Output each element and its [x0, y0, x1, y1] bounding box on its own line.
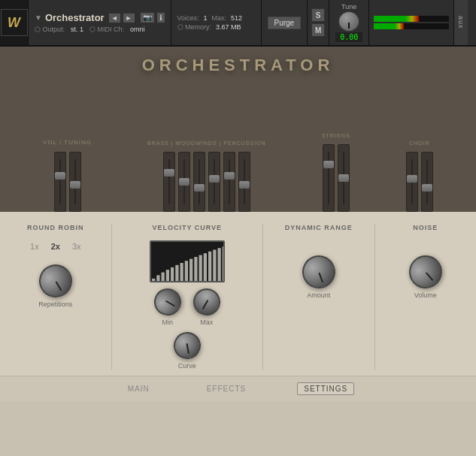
repetitions-knob[interactable]: [33, 258, 78, 303]
title-block: ▼ Orchestrator ◄ ► 📷 ℹ ⬡ Output: st. 1 ⬡…: [29, 0, 171, 45]
instrument-title: ORCHESTRATOR: [142, 56, 335, 75]
tune-label: Tune: [341, 3, 356, 11]
inst-fader-group-3: [323, 144, 350, 212]
inst-section-4: CHOIR: [406, 140, 433, 212]
inst-fader-2f[interactable]: [238, 152, 250, 212]
output-value: st. 1: [71, 26, 83, 33]
tab-settings[interactable]: SETTINGS: [297, 382, 354, 395]
fader-track-1a: [59, 159, 61, 204]
memory-row: ⬡ Memory: 3.67 MB: [177, 23, 255, 31]
inst-fader-3a[interactable]: [323, 144, 335, 212]
tune-value: 0.00: [335, 32, 362, 42]
vel-knobs-row: Min Max: [154, 288, 220, 326]
aux-block: aux: [454, 0, 468, 45]
max-value: 512: [231, 14, 242, 22]
inst-fader-group-1: [54, 152, 81, 212]
inst-fader-2d[interactable]: [208, 152, 220, 212]
velocity-canvas: [151, 242, 225, 282]
inst-label-3: STRINGS: [322, 133, 350, 138]
logo-block: W: [0, 0, 29, 45]
inst-fader-group-4: [406, 152, 433, 212]
round-robin-title: ROUND ROBIN: [27, 224, 84, 231]
inst-fader-2a[interactable]: [163, 152, 175, 212]
logo: W: [1, 9, 28, 36]
aux-label: aux: [457, 16, 465, 29]
noise-volume-container: Volume: [409, 255, 442, 299]
tune-knob[interactable]: [338, 11, 360, 32]
voices-row: Voices: 1 Max: 512: [177, 14, 255, 22]
instrument-display: ORCHESTRATOR VOL / TUNING BRASS|WOODWIND…: [0, 47, 476, 212]
meter-fill-bottom: [374, 23, 404, 29]
vel-min-label: Min: [162, 319, 174, 326]
plugin-name: Orchestrator: [45, 12, 105, 23]
inst-section-1: VOL / TUNING: [43, 139, 92, 212]
controls-area: ROUND ROBIN 1x 2x 3x Repetitions VELOCIT…: [0, 212, 476, 376]
memory-label: ⬡ Memory:: [177, 23, 212, 31]
amount-knob-container: Amount: [302, 255, 335, 299]
repetitions-label: Repetitions: [38, 300, 72, 308]
rr-option-3x[interactable]: 3x: [69, 240, 84, 252]
inst-fader-2b[interactable]: [178, 152, 190, 212]
bottom-tabs: MAIN EFFECTS SETTINGS: [0, 376, 476, 401]
rr-option-1x[interactable]: 1x: [27, 240, 42, 252]
inst-fader-1a[interactable]: [54, 152, 66, 212]
memory-value: 3.67 MB: [216, 23, 241, 31]
info-btn[interactable]: ℹ: [157, 13, 165, 23]
tab-main[interactable]: MAIN: [122, 383, 156, 394]
inst-section-2: BRASS|WOODWINDS|PERCUSSION: [147, 140, 266, 212]
vel-max-label: Max: [200, 319, 213, 326]
fader-handle-1a: [55, 172, 65, 180]
inst-fader-2c[interactable]: [193, 152, 205, 212]
voices-block: Voices: 1 Max: 512 ⬡ Memory: 3.67 MB: [171, 0, 262, 45]
meter-block: [369, 0, 454, 45]
bottom-panel: ROUND ROBIN 1x 2x 3x Repetitions VELOCIT…: [0, 212, 476, 401]
midi-label: ⬡ MIDI Ch:: [89, 26, 124, 33]
rr-selector: 1x 2x 3x: [27, 240, 84, 252]
vel-curve-knob[interactable]: [171, 330, 203, 361]
vel-max-knob[interactable]: [188, 283, 225, 320]
vel-min-knob[interactable]: [149, 283, 186, 320]
camera-btn[interactable]: 📷: [141, 13, 154, 23]
noise-volume-knob[interactable]: [402, 249, 449, 295]
tune-block: Tune 0.00: [329, 0, 369, 45]
amount-knob[interactable]: [298, 251, 340, 293]
vel-max-container: Max: [193, 288, 220, 326]
inst-fader-group-2: [163, 152, 250, 212]
noise-title: NOISE: [413, 224, 438, 231]
meter-row-top: [374, 16, 449, 22]
vel-curve-container: Curve: [174, 332, 201, 370]
nav-prev-btn[interactable]: ◄: [109, 14, 120, 23]
velocity-curve-section: VELOCITY CURVE Min Max Curve: [112, 224, 263, 370]
inst-fader-4a[interactable]: [406, 152, 418, 212]
voices-value: 1: [204, 14, 208, 22]
midi-value: omni: [130, 26, 145, 33]
round-robin-section: ROUND ROBIN 1x 2x 3x Repetitions: [0, 224, 112, 370]
fader-handle-1b: [70, 181, 80, 189]
tab-effects[interactable]: EFFECTS: [201, 383, 253, 394]
amount-label: Amount: [307, 291, 330, 299]
nav-next-btn[interactable]: ►: [123, 14, 135, 23]
output-label: ⬡ Output:: [35, 26, 65, 33]
inst-label-4: CHOIR: [409, 140, 430, 146]
m-btn[interactable]: M: [311, 23, 325, 37]
inst-fader-3b[interactable]: [338, 144, 350, 212]
inst-label-1: VOL / TUNING: [43, 139, 92, 146]
vel-min-container: Min: [154, 288, 181, 326]
inst-fader-2e[interactable]: [223, 152, 235, 212]
s-btn[interactable]: S: [311, 8, 325, 22]
voices-label: Voices:: [177, 14, 199, 22]
repetitions-knob-container: Repetitions: [38, 264, 72, 308]
purge-btn[interactable]: Purge: [268, 17, 302, 29]
meter-row-bottom: [374, 23, 449, 29]
title-top: ▼ Orchestrator ◄ ► 📷 ℹ: [35, 12, 165, 23]
rr-option-2x[interactable]: 2x: [48, 240, 63, 252]
sm-block: S M: [308, 0, 329, 45]
inst-fader-4b[interactable]: [421, 152, 433, 212]
purge-block: Purge: [262, 0, 308, 45]
velocity-curve-title: VELOCITY CURVE: [152, 224, 222, 231]
inst-fader-1b[interactable]: [69, 152, 81, 212]
max-label: Max:: [212, 14, 227, 22]
plugin-arrow[interactable]: ▼: [35, 14, 42, 22]
dynamic-range-title: DYNAMIC RANGE: [285, 224, 353, 231]
meter-fill-top: [374, 16, 419, 22]
